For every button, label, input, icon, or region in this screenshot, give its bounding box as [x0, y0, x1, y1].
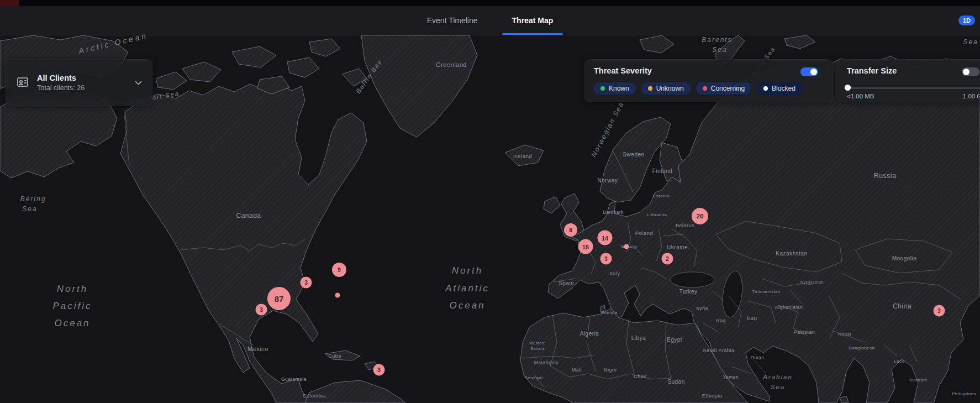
threat-dot[interactable] [624, 244, 629, 249]
toggle-knob [963, 69, 970, 75]
threat-bubble[interactable]: 3 [934, 305, 945, 317]
transfer-size-max-label: 1.00 GB [963, 93, 980, 100]
threat-bubble[interactable]: 9 [332, 263, 346, 277]
severity-filter-label: Unknown [656, 85, 684, 92]
threat-bubble[interactable]: 2 [662, 253, 673, 265]
transfer-size-panel: Transfer Size <1.00 MB 1.00 GB [837, 59, 980, 102]
threat-severity-toggle[interactable] [800, 67, 818, 76]
threat-bubble[interactable]: 87 [267, 287, 291, 310]
threat-bubble[interactable]: 3 [373, 364, 385, 376]
clients-panel-subtitle: Total clients: 26 [37, 84, 127, 92]
clients-text: All Clients Total clients: 26 [37, 74, 127, 92]
severity-filter-blocked[interactable]: Blocked [757, 82, 802, 95]
window-top-strip [0, 0, 980, 6]
clients-icon [16, 76, 29, 89]
tab-label: Event Timeline [427, 16, 478, 25]
window-top-accent [0, 0, 19, 6]
transfer-size-min-label: <1.00 MB [847, 93, 874, 100]
transfer-size-toggle[interactable] [962, 67, 979, 76]
threat-bubble[interactable]: 14 [598, 231, 613, 245]
toggle-knob [810, 69, 817, 75]
clients-selector[interactable]: All Clients Total clients: 26 [6, 59, 152, 106]
severity-filter-concerning[interactable]: Concerning [696, 82, 751, 95]
threat-severity-panel: Threat Severity KnownUnknownConcerningBl… [584, 59, 833, 102]
clients-panel-title: All Clients [37, 74, 127, 82]
severity-filters: KnownUnknownConcerningBlocked [594, 82, 824, 95]
threat-bubble[interactable]: 8 [564, 223, 577, 237]
severity-filter-label: Blocked [772, 85, 795, 92]
tab-threat-map[interactable]: Threat Map [502, 6, 563, 35]
severity-filter-unknown[interactable]: Unknown [641, 82, 691, 95]
severity-filter-label: Concerning [711, 85, 745, 92]
severity-dot-icon [763, 86, 768, 91]
threat-bubble[interactable]: 3 [301, 277, 312, 289]
severity-filter-known[interactable]: Known [594, 82, 636, 95]
threat-bubble[interactable]: 15 [578, 239, 593, 254]
threat-dot[interactable] [335, 293, 340, 298]
main-header: Event Timeline Threat Map 1D [0, 6, 980, 35]
severity-dot-icon [600, 86, 605, 91]
transfer-size-title: Transfer Size [847, 66, 980, 75]
transfer-size-slider-track[interactable] [847, 87, 980, 89]
threat-bubble[interactable]: 20 [692, 208, 708, 224]
threat-map[interactable]: Arctic OceanBeaufort SeaBeringSeaNorthPa… [0, 35, 980, 403]
tab-event-timeline[interactable]: Event Timeline [417, 6, 488, 35]
chevron-down-icon[interactable] [135, 77, 142, 87]
severity-filter-label: Known [609, 85, 629, 92]
severity-dot-icon [703, 86, 707, 91]
threat-bubble[interactable]: 3 [256, 304, 267, 316]
tab-label: Threat Map [512, 16, 554, 25]
transfer-size-slider-thumb[interactable] [845, 85, 851, 91]
threat-severity-title: Threat Severity [594, 66, 824, 75]
transfer-size-range: <1.00 MB 1.00 GB [847, 93, 980, 100]
tab-bar: Event Timeline Threat Map [417, 6, 563, 35]
severity-dot-icon [648, 86, 652, 91]
black-sea [670, 272, 714, 287]
threat-bubble[interactable]: 3 [600, 253, 612, 265]
time-range-badge[interactable]: 1D [958, 15, 975, 25]
